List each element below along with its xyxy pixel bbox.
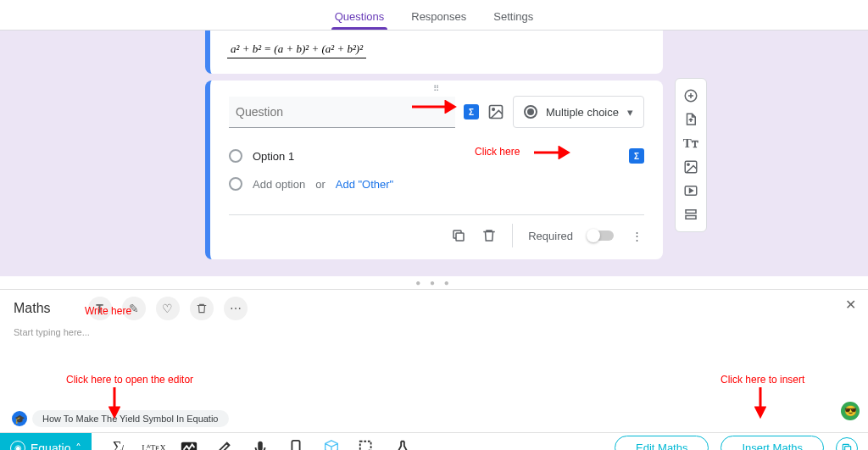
select-icon[interactable] <box>358 439 376 451</box>
svg-point-5 <box>687 164 689 165</box>
prev-question-card: a² + b² = (a + b)² + (a² + b²)² <box>205 31 663 74</box>
option-radio-icon <box>229 177 242 191</box>
import-icon[interactable] <box>681 109 701 130</box>
divider <box>512 224 513 247</box>
required-label: Required <box>528 230 573 242</box>
svg-rect-8 <box>686 216 696 219</box>
equatio-brand-label: Equatio <box>31 442 70 451</box>
radio-icon <box>524 105 537 119</box>
required-toggle[interactable] <box>588 231 614 241</box>
svg-rect-13 <box>360 441 371 450</box>
add-section-icon[interactable] <box>681 204 701 225</box>
latex-icon[interactable]: LᴬTᴇX <box>144 439 163 451</box>
active-question-card[interactable]: ⠿ Σ Multiple choice ▾ Option 1 Σ Add opt… <box>205 81 663 259</box>
insert-maths-button[interactable]: Insert Maths <box>721 436 824 450</box>
add-title-icon[interactable]: Tᴛ <box>681 133 701 153</box>
add-option-button[interactable]: Add option <box>253 178 305 191</box>
tab-responses[interactable]: Responses <box>408 5 470 30</box>
svg-rect-11 <box>292 440 300 450</box>
svg-point-1 <box>492 108 495 110</box>
text-tool-icon[interactable]: T <box>88 297 112 320</box>
close-icon[interactable]: ✕ <box>845 297 856 313</box>
duplicate-icon[interactable] <box>451 228 466 243</box>
drag-handle-icon[interactable]: ⠿ <box>433 84 441 93</box>
form-tabs: Questions Responses Settings <box>0 0 868 31</box>
equatio-panel: ✕ Maths T ✎ ♡ ⋯ Start typing here... 🎓 H… <box>0 289 868 450</box>
chevron-down-icon: ▾ <box>627 106 633 119</box>
question-type-label: Multiple choice <box>546 106 619 119</box>
svg-rect-14 <box>845 446 851 450</box>
add-image-icon[interactable] <box>681 157 701 177</box>
edit-maths-button[interactable]: Edit Maths <box>615 436 709 450</box>
ink-tool-icon[interactable]: ✎ <box>122 297 146 320</box>
question-type-select[interactable]: Multiple choice ▾ <box>513 96 644 128</box>
speech-icon[interactable] <box>251 439 270 451</box>
add-other-button[interactable]: Add "Other" <box>336 178 394 191</box>
chevron-up-icon: ˄ <box>75 442 81 451</box>
delete-icon[interactable] <box>481 228 497 243</box>
card-footer: Required ⋮ <box>229 214 644 247</box>
image-icon[interactable] <box>487 103 504 120</box>
equatio-toolbar: ◉ Equatio ˄ Σ/ LᴬTᴇX Edit Maths Insert M… <box>0 432 868 450</box>
form-canvas: a² + b² = (a + b)² + (a² + b²)² ⠿ Σ Mult… <box>0 31 868 276</box>
svg-rect-2 <box>456 233 464 241</box>
equatio-option-icon[interactable]: Σ <box>629 148 644 164</box>
more-icon[interactable]: ⋮ <box>629 228 644 243</box>
side-toolbar: Tᴛ <box>675 78 707 232</box>
equatio-title: Maths <box>14 301 51 316</box>
option-radio-icon <box>229 149 242 163</box>
help-badge-icon[interactable]: 🎓 <box>12 411 27 426</box>
svg-rect-10 <box>259 441 264 450</box>
equation-editor-icon[interactable]: Σ/ <box>108 439 127 451</box>
panel-drag-icon[interactable]: ● ● ● <box>0 276 868 289</box>
flask-icon[interactable] <box>393 439 412 451</box>
equatio-hint[interactable]: Start typing here... <box>0 327 868 337</box>
equatio-brand-button[interactable]: ◉ Equatio ˄ <box>0 433 92 450</box>
add-video-icon[interactable] <box>681 181 701 201</box>
help-suggestion[interactable]: How To Make The Yield Symbol In Equatio <box>32 410 229 427</box>
option-label[interactable]: Option 1 <box>253 150 294 163</box>
add-question-icon[interactable] <box>681 86 701 106</box>
add-option-row: Add option or Add "Other" <box>229 177 644 191</box>
assistant-face-icon[interactable]: 😎 <box>841 402 860 420</box>
option-row[interactable]: Option 1 Σ <box>229 148 644 164</box>
copy-icon[interactable] <box>836 437 858 451</box>
cube-icon[interactable] <box>322 439 341 451</box>
tab-questions[interactable]: Questions <box>331 5 388 30</box>
question-input[interactable] <box>229 97 455 128</box>
more-horiz-icon[interactable]: ⋯ <box>224 297 248 320</box>
equatio-insert-icon[interactable]: Σ <box>464 104 479 119</box>
equatio-logo-icon: ◉ <box>10 441 25 451</box>
handwriting-icon[interactable] <box>215 439 234 451</box>
math-expression: a² + b² = (a + b)² + (a² + b²)² <box>227 41 366 58</box>
tab-settings[interactable]: Settings <box>490 5 537 30</box>
graph-icon[interactable] <box>180 439 198 451</box>
or-text: or <box>315 178 326 191</box>
trash-icon[interactable] <box>190 297 214 320</box>
svg-rect-7 <box>686 210 696 214</box>
mobile-icon[interactable] <box>287 439 305 451</box>
favorite-icon[interactable]: ♡ <box>156 297 180 320</box>
